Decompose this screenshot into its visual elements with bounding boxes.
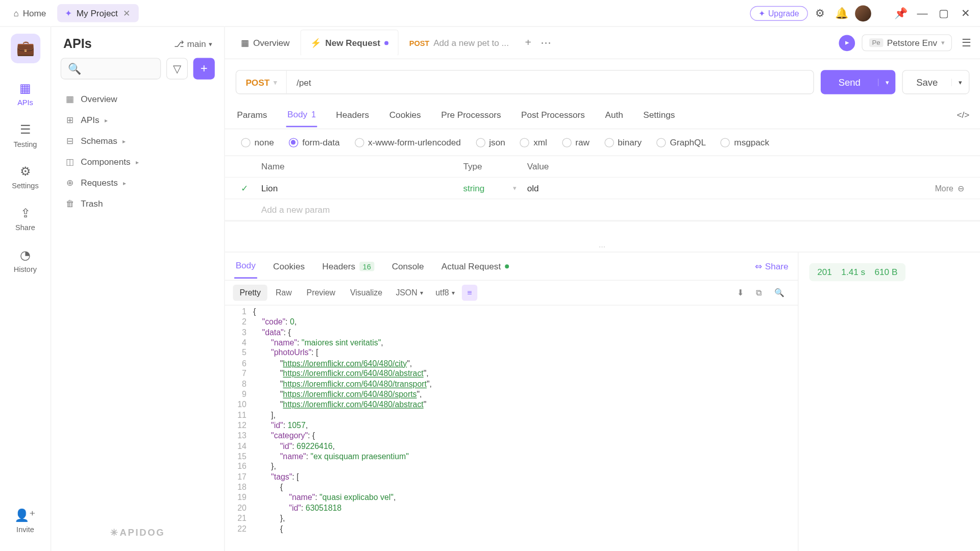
tab-new-request[interactable]: ⚡ New Request: [301, 30, 399, 57]
format-preview[interactable]: Preview: [300, 285, 342, 301]
body-type-xml[interactable]: xml: [520, 137, 547, 147]
rail-testing[interactable]: ☰ Testing: [5, 117, 45, 154]
response-meta: 201 1.41 s 610 B: [798, 253, 980, 551]
share-response-button[interactable]: ⇔ Share: [755, 261, 789, 271]
tree-overview[interactable]: ▦ Overview: [57, 89, 219, 110]
resptab-cookies[interactable]: Cookies: [272, 255, 306, 278]
settings-icon[interactable]: ⚙: [811, 4, 829, 22]
rail-apis[interactable]: ▦ APIs: [5, 76, 45, 112]
tree-label: Schemas: [81, 136, 117, 146]
download-button[interactable]: ⬇: [732, 285, 749, 301]
tab-overview[interactable]: ▦ Overview: [232, 29, 299, 56]
copy-button[interactable]: ⧉: [751, 285, 768, 301]
body-type-none[interactable]: none: [241, 137, 274, 147]
branch-selector[interactable]: ⎇ main ▾: [174, 39, 212, 49]
param-value[interactable]: old: [527, 183, 935, 193]
reqtab-body[interactable]: Body 1: [286, 102, 317, 127]
param-type-selector[interactable]: string ▾: [463, 183, 527, 193]
pin-icon[interactable]: 📌: [891, 4, 910, 22]
body-type-x-www-form-urlencoded[interactable]: x-www-form-urlencoded: [355, 137, 461, 147]
check-icon[interactable]: ✓: [241, 183, 261, 193]
caret-icon: ▸: [122, 138, 126, 144]
rail-share[interactable]: ⇪ Share: [5, 201, 45, 237]
home-tab[interactable]: ⌂ Home: [6, 4, 55, 22]
tab-label: New Request: [325, 38, 380, 48]
param-name[interactable]: Lion: [261, 183, 463, 193]
reqtab-pre[interactable]: Pre Processors: [440, 103, 503, 127]
radio-label: raw: [575, 137, 590, 147]
format-visualize[interactable]: Visualize: [344, 285, 389, 301]
rail-settings[interactable]: ⚙ Settings: [5, 159, 45, 195]
tree-requests[interactable]: ⊕ Requests ▸: [57, 172, 219, 193]
format-raw[interactable]: Raw: [269, 285, 299, 301]
tree-schemas[interactable]: ⊟ Schemas ▸: [57, 131, 219, 152]
encoding-selector[interactable]: utf8 ▾: [430, 285, 460, 301]
rail-label: Testing: [13, 140, 37, 148]
tab-petstore[interactable]: POST Add a new pet to ...: [400, 29, 518, 56]
url-input[interactable]: /pet: [287, 77, 813, 87]
avatar[interactable]: [853, 4, 872, 22]
tab-label: Console: [392, 261, 424, 271]
send-button[interactable]: Send ▾: [821, 70, 895, 94]
api-icon: ⊞: [65, 115, 76, 126]
resptab-body[interactable]: Body: [234, 254, 257, 279]
save-dropdown[interactable]: ▾: [951, 79, 969, 86]
minimize-icon[interactable]: —: [913, 4, 932, 22]
body-type-binary[interactable]: binary: [604, 137, 642, 147]
reqtab-cookies[interactable]: Cookies: [388, 103, 422, 127]
body-type-json[interactable]: json: [476, 137, 505, 147]
rail-invite[interactable]: 👤⁺ Invite: [5, 503, 45, 539]
col-type: Type: [463, 162, 527, 172]
tree-label: Overview: [81, 94, 117, 105]
resize-handle[interactable]: ⋯: [225, 242, 980, 252]
search-response-button[interactable]: 🔍: [769, 285, 790, 301]
body-type-form-data[interactable]: form-data: [289, 137, 340, 147]
reqtab-settings[interactable]: Settings: [642, 103, 676, 127]
bell-icon[interactable]: 🔔: [832, 4, 851, 22]
save-button[interactable]: Save ▾: [902, 70, 970, 94]
body-type-msgpack[interactable]: msgpack: [721, 137, 769, 147]
code-snippet-button[interactable]: </>: [957, 110, 970, 120]
project-tab[interactable]: ✦ My Project ✕: [57, 4, 139, 22]
close-icon[interactable]: ✕: [123, 8, 131, 18]
resptab-headers[interactable]: Headers 16: [321, 255, 376, 278]
tree-label: Requests: [81, 178, 117, 188]
body-type-raw[interactable]: raw: [562, 137, 590, 147]
app-logo[interactable]: 💼: [10, 34, 40, 63]
sidebar-toggle-button[interactable]: ☰: [959, 34, 973, 52]
tree-apis[interactable]: ⊞ APIs ▸: [57, 110, 219, 131]
environment-selector[interactable]: Pe Petstore Env ▾: [862, 34, 952, 51]
send-dropdown[interactable]: ▾: [878, 79, 895, 86]
resptab-console[interactable]: Console: [390, 255, 425, 278]
close-window-icon[interactable]: ✕: [956, 4, 975, 22]
reqtab-auth[interactable]: Auth: [604, 103, 625, 127]
rail-history[interactable]: ◔ History: [5, 242, 45, 279]
body-type-GraphQL[interactable]: GraphQL: [656, 137, 706, 147]
row-more-button[interactable]: More ⊖: [935, 183, 964, 192]
maximize-icon[interactable]: ▢: [935, 4, 953, 22]
wrap-toggle[interactable]: ≡: [462, 285, 477, 301]
json-viewer[interactable]: 1{2 "code": 0,3 "data": {4 "name": "maio…: [225, 306, 798, 551]
lang-selector[interactable]: JSON ▾: [390, 285, 429, 301]
tab-menu-button[interactable]: ⋯: [541, 36, 551, 49]
add-button[interactable]: +: [193, 58, 215, 79]
reqtab-headers[interactable]: Headers: [335, 103, 371, 127]
param-type: string: [463, 183, 484, 193]
filter-button[interactable]: ▽: [166, 58, 188, 79]
form-data-row[interactable]: ✓ Lion string ▾ old More ⊖: [225, 178, 980, 199]
reqtab-post[interactable]: Post Processors: [520, 103, 586, 127]
run-badge[interactable]: ▸: [839, 35, 855, 51]
reqtab-params[interactable]: Params: [236, 103, 268, 127]
overview-tab-icon: ▦: [241, 38, 249, 48]
upgrade-button[interactable]: ✦ Upgrade: [750, 6, 807, 20]
tree-trash[interactable]: 🗑 Trash: [57, 193, 219, 214]
search-input[interactable]: 🔍: [61, 58, 161, 79]
format-pretty[interactable]: Pretty: [233, 285, 267, 301]
caret-icon: ▸: [105, 117, 108, 123]
tree-components[interactable]: ◫ Components ▸: [57, 152, 219, 172]
add-tab-button[interactable]: +: [525, 36, 531, 49]
method-selector[interactable]: POST ▾: [236, 70, 287, 93]
resptab-actual[interactable]: Actual Request: [440, 255, 510, 278]
form-data-add-row[interactable]: Add a new param: [225, 199, 980, 220]
minus-circle-icon[interactable]: ⊖: [958, 183, 964, 192]
